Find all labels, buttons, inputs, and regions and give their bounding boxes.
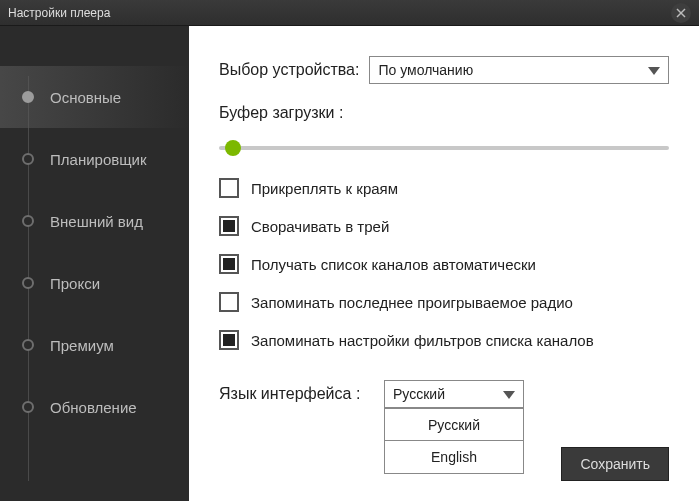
buffer-label: Буфер загрузки : <box>219 104 669 122</box>
slider-thumb[interactable] <box>225 140 241 156</box>
sidebar-item-scheduler[interactable]: Планировщик <box>0 128 189 190</box>
sidebar-item-appearance[interactable]: Внешний вид <box>0 190 189 252</box>
checkbox-label: Запоминать настройки фильтров списка кан… <box>251 332 594 349</box>
checkbox-snap-edges[interactable]: Прикреплять к краям <box>219 178 669 198</box>
sidebar-item-label: Внешний вид <box>50 213 143 230</box>
checkbox-icon <box>219 178 239 198</box>
device-row: Выбор устройства: По умолчанию <box>219 56 669 84</box>
nav-dot-icon <box>22 401 34 413</box>
sidebar-item-proxy[interactable]: Прокси <box>0 252 189 314</box>
sidebar-item-general[interactable]: Основные <box>0 66 189 128</box>
language-dropdown: Русский English <box>384 408 524 474</box>
checkbox-icon <box>219 330 239 350</box>
sidebar-item-label: Прокси <box>50 275 100 292</box>
checkbox-icon <box>219 292 239 312</box>
checkbox-label: Запоминать последнее проигрываемое радио <box>251 294 573 311</box>
nav-dot-icon <box>22 215 34 227</box>
sidebar-item-label: Основные <box>50 89 121 106</box>
sidebar-item-update[interactable]: Обновление <box>0 376 189 438</box>
checkbox-icon <box>219 254 239 274</box>
svg-marker-3 <box>503 391 515 399</box>
sidebar-item-label: Премиум <box>50 337 114 354</box>
checkbox-label: Получать список каналов автоматически <box>251 256 536 273</box>
settings-window: Настройки плеера Основные Планировщик Вн… <box>0 0 699 501</box>
checkbox-remember-filters[interactable]: Запоминать настройки фильтров списка кан… <box>219 330 669 350</box>
language-row: Язык интерфейса : Русский Русский Englis… <box>219 380 669 408</box>
sidebar-item-label: Обновление <box>50 399 137 416</box>
save-button[interactable]: Сохранить <box>561 447 669 481</box>
device-label: Выбор устройства: <box>219 61 359 79</box>
content-panel: Выбор устройства: По умолчанию Буфер заг… <box>189 26 699 501</box>
titlebar: Настройки плеера <box>0 0 699 26</box>
language-option-ru[interactable]: Русский <box>385 409 523 441</box>
nav-dot-icon <box>22 153 34 165</box>
close-icon <box>676 8 686 18</box>
language-select[interactable]: Русский <box>384 380 524 408</box>
window-body: Основные Планировщик Внешний вид Прокси … <box>0 26 699 501</box>
language-select-value: Русский <box>393 386 503 402</box>
checkbox-icon <box>219 216 239 236</box>
sidebar: Основные Планировщик Внешний вид Прокси … <box>0 26 189 501</box>
checkbox-auto-channels[interactable]: Получать список каналов автоматически <box>219 254 669 274</box>
language-option-en[interactable]: English <box>385 441 523 473</box>
sidebar-item-label: Планировщик <box>50 151 146 168</box>
window-title: Настройки плеера <box>8 6 110 20</box>
checkbox-minimize-tray[interactable]: Сворачивать в трей <box>219 216 669 236</box>
nav-dot-icon <box>22 277 34 289</box>
checkbox-label: Прикреплять к краям <box>251 180 398 197</box>
nav-dot-icon <box>22 91 34 103</box>
svg-marker-2 <box>648 67 660 75</box>
language-label: Язык интерфейса : <box>219 385 374 403</box>
buffer-section: Буфер загрузки : <box>219 104 669 156</box>
buffer-slider[interactable] <box>219 140 669 156</box>
checkbox-remember-radio[interactable]: Запоминать последнее проигрываемое радио <box>219 292 669 312</box>
slider-track <box>219 146 669 150</box>
sidebar-item-premium[interactable]: Премиум <box>0 314 189 376</box>
device-select-value: По умолчанию <box>378 62 648 78</box>
device-select[interactable]: По умолчанию <box>369 56 669 84</box>
nav-dot-icon <box>22 339 34 351</box>
chevron-down-icon <box>648 61 660 79</box>
close-button[interactable] <box>671 3 691 23</box>
chevron-down-icon <box>503 385 515 403</box>
checkbox-label: Сворачивать в трей <box>251 218 389 235</box>
